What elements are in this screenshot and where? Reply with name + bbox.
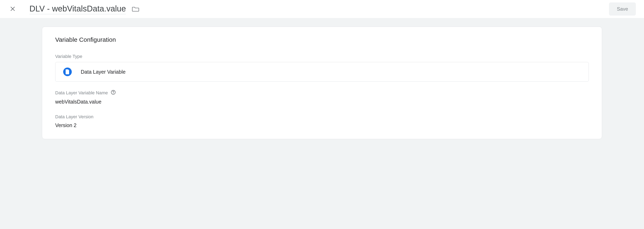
content-area: Variable Configuration Variable Type Dat…	[0, 19, 644, 229]
dlv-name-label-text: Data Layer Variable Name	[55, 90, 108, 96]
card-title: Variable Configuration	[55, 36, 589, 43]
dlv-name-value: webVitalsData.value	[55, 99, 589, 105]
variable-title[interactable]: DLV - webVitalsData.value	[30, 4, 126, 14]
variable-type-value: Data Layer Variable	[81, 69, 126, 75]
variable-config-card: Variable Configuration Variable Type Dat…	[42, 27, 602, 139]
dlv-version-value: Version 2	[55, 122, 589, 128]
save-button[interactable]: Save	[609, 3, 636, 16]
close-icon	[10, 6, 16, 12]
header-bar: DLV - webVitalsData.value Save	[0, 0, 644, 19]
svg-point-3	[113, 93, 113, 94]
variable-type-label: Variable Type	[55, 54, 589, 59]
dlv-version-label: Data Layer Version	[55, 114, 589, 120]
folder-icon[interactable]	[132, 6, 139, 12]
data-layer-variable-icon	[63, 68, 72, 76]
close-button[interactable]	[7, 4, 18, 15]
dlv-name-label: Data Layer Variable Name	[55, 90, 589, 96]
help-icon[interactable]	[111, 90, 116, 96]
title-wrap: DLV - webVitalsData.value	[30, 4, 139, 14]
variable-type-selector[interactable]: Data Layer Variable	[55, 62, 589, 82]
